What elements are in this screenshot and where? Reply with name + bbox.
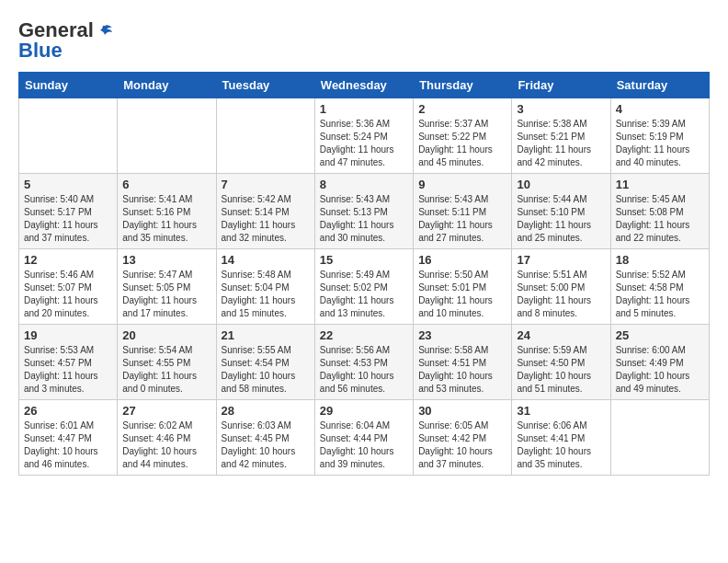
calendar-week-row: 1Sunrise: 5:36 AM Sunset: 5:24 PM Daylig… — [19, 98, 710, 174]
day-info: Sunrise: 5:59 AM Sunset: 4:50 PM Dayligh… — [517, 344, 605, 396]
day-number: 28 — [222, 404, 310, 418]
weekday-header: Friday — [512, 73, 610, 98]
weekday-header: Sunday — [19, 73, 118, 98]
calendar-cell: 6Sunrise: 5:41 AM Sunset: 5:16 PM Daylig… — [118, 174, 216, 249]
weekday-header: Saturday — [610, 73, 709, 98]
page-header: General Blue — [18, 18, 710, 63]
day-info: Sunrise: 5:48 AM Sunset: 5:04 PM Dayligh… — [222, 269, 310, 320]
day-info: Sunrise: 5:47 AM Sunset: 5:05 PM Dayligh… — [122, 269, 210, 320]
calendar-cell: 4Sunrise: 5:39 AM Sunset: 5:19 PM Daylig… — [610, 98, 709, 174]
day-info: Sunrise: 6:04 AM Sunset: 4:44 PM Dayligh… — [320, 419, 408, 471]
day-number: 2 — [418, 102, 506, 116]
day-number: 13 — [122, 253, 210, 267]
day-number: 8 — [320, 178, 408, 191]
calendar-cell: 20Sunrise: 5:54 AM Sunset: 4:55 PM Dayli… — [118, 325, 216, 400]
calendar-week-row: 19Sunrise: 5:53 AM Sunset: 4:57 PM Dayli… — [19, 325, 710, 400]
weekday-header-row: SundayMondayTuesdayWednesdayThursdayFrid… — [19, 73, 710, 98]
calendar-cell: 23Sunrise: 5:58 AM Sunset: 4:51 PM Dayli… — [414, 325, 512, 400]
day-number: 24 — [517, 328, 605, 342]
day-info: Sunrise: 5:41 AM Sunset: 5:16 PM Dayligh… — [122, 193, 210, 245]
day-number: 3 — [517, 102, 605, 116]
calendar-cell: 24Sunrise: 5:59 AM Sunset: 4:50 PM Dayli… — [512, 325, 610, 400]
day-info: Sunrise: 5:56 AM Sunset: 4:53 PM Dayligh… — [320, 344, 408, 396]
calendar-cell: 13Sunrise: 5:47 AM Sunset: 5:05 PM Dayli… — [118, 249, 216, 325]
day-info: Sunrise: 5:43 AM Sunset: 5:13 PM Dayligh… — [320, 193, 408, 245]
calendar-cell: 3Sunrise: 5:38 AM Sunset: 5:21 PM Daylig… — [512, 98, 610, 174]
calendar-cell: 31Sunrise: 6:06 AM Sunset: 4:41 PM Dayli… — [512, 400, 610, 476]
calendar-cell: 17Sunrise: 5:51 AM Sunset: 5:00 PM Dayli… — [512, 249, 610, 325]
calendar-cell: 11Sunrise: 5:45 AM Sunset: 5:08 PM Dayli… — [610, 174, 709, 249]
weekday-header: Monday — [118, 73, 216, 98]
day-number: 10 — [517, 178, 605, 191]
day-number: 31 — [517, 404, 605, 418]
calendar-cell: 16Sunrise: 5:50 AM Sunset: 5:01 PM Dayli… — [414, 249, 512, 325]
day-info: Sunrise: 5:43 AM Sunset: 5:11 PM Dayligh… — [418, 193, 506, 245]
day-number: 23 — [418, 328, 506, 342]
calendar-cell: 5Sunrise: 5:40 AM Sunset: 5:17 PM Daylig… — [19, 174, 118, 249]
day-number: 12 — [24, 253, 112, 267]
weekday-header: Wednesday — [314, 73, 413, 98]
calendar-cell: 22Sunrise: 5:56 AM Sunset: 4:53 PM Dayli… — [314, 325, 413, 400]
day-info: Sunrise: 5:49 AM Sunset: 5:02 PM Dayligh… — [320, 269, 408, 320]
calendar-cell: 29Sunrise: 6:04 AM Sunset: 4:44 PM Dayli… — [314, 400, 413, 476]
day-info: Sunrise: 6:03 AM Sunset: 4:45 PM Dayligh… — [222, 419, 310, 471]
day-number: 25 — [616, 328, 704, 342]
day-number: 16 — [418, 253, 506, 267]
day-info: Sunrise: 5:53 AM Sunset: 4:57 PM Dayligh… — [24, 344, 112, 396]
calendar-cell: 10Sunrise: 5:44 AM Sunset: 5:10 PM Dayli… — [512, 174, 610, 249]
day-number: 15 — [320, 253, 408, 267]
calendar-cell: 26Sunrise: 6:01 AM Sunset: 4:47 PM Dayli… — [19, 400, 118, 476]
day-info: Sunrise: 5:51 AM Sunset: 5:00 PM Dayligh… — [517, 269, 605, 320]
day-number: 30 — [418, 404, 506, 418]
day-info: Sunrise: 6:02 AM Sunset: 4:46 PM Dayligh… — [122, 419, 210, 471]
calendar-cell: 30Sunrise: 6:05 AM Sunset: 4:42 PM Dayli… — [414, 400, 512, 476]
calendar-week-row: 12Sunrise: 5:46 AM Sunset: 5:07 PM Dayli… — [19, 249, 710, 325]
calendar-cell: 12Sunrise: 5:46 AM Sunset: 5:07 PM Dayli… — [19, 249, 118, 325]
day-info: Sunrise: 6:00 AM Sunset: 4:49 PM Dayligh… — [616, 344, 704, 396]
day-info: Sunrise: 5:54 AM Sunset: 4:55 PM Dayligh… — [122, 344, 210, 396]
day-number: 19 — [24, 328, 112, 342]
calendar-week-row: 5Sunrise: 5:40 AM Sunset: 5:17 PM Daylig… — [19, 174, 710, 249]
day-info: Sunrise: 5:45 AM Sunset: 5:08 PM Dayligh… — [616, 193, 704, 245]
day-number: 18 — [616, 253, 704, 267]
day-info: Sunrise: 5:39 AM Sunset: 5:19 PM Dayligh… — [616, 118, 704, 169]
calendar-cell: 8Sunrise: 5:43 AM Sunset: 5:13 PM Daylig… — [314, 174, 413, 249]
weekday-header: Thursday — [414, 73, 512, 98]
day-info: Sunrise: 6:06 AM Sunset: 4:41 PM Dayligh… — [517, 419, 605, 471]
day-number: 6 — [122, 178, 210, 191]
day-info: Sunrise: 6:01 AM Sunset: 4:47 PM Dayligh… — [24, 419, 112, 471]
calendar-week-row: 26Sunrise: 6:01 AM Sunset: 4:47 PM Dayli… — [19, 400, 710, 476]
calendar-cell: 1Sunrise: 5:36 AM Sunset: 5:24 PM Daylig… — [314, 98, 413, 174]
day-info: Sunrise: 5:44 AM Sunset: 5:10 PM Dayligh… — [517, 193, 605, 245]
weekday-header: Tuesday — [216, 73, 314, 98]
calendar-cell — [118, 98, 216, 174]
calendar-cell: 15Sunrise: 5:49 AM Sunset: 5:02 PM Dayli… — [314, 249, 413, 325]
day-number: 17 — [517, 253, 605, 267]
calendar-table: SundayMondayTuesdayWednesdayThursdayFrid… — [18, 72, 710, 476]
day-info: Sunrise: 5:38 AM Sunset: 5:21 PM Dayligh… — [517, 118, 605, 169]
day-info: Sunrise: 5:52 AM Sunset: 4:58 PM Dayligh… — [616, 269, 704, 320]
day-number: 1 — [320, 102, 408, 116]
calendar-cell — [19, 98, 118, 174]
calendar-cell: 27Sunrise: 6:02 AM Sunset: 4:46 PM Dayli… — [118, 400, 216, 476]
day-number: 22 — [320, 328, 408, 342]
day-number: 4 — [616, 102, 704, 116]
day-info: Sunrise: 5:58 AM Sunset: 4:51 PM Dayligh… — [418, 344, 506, 396]
calendar-cell: 18Sunrise: 5:52 AM Sunset: 4:58 PM Dayli… — [610, 249, 709, 325]
calendar-cell: 14Sunrise: 5:48 AM Sunset: 5:04 PM Dayli… — [216, 249, 314, 325]
day-number: 27 — [122, 404, 210, 418]
day-number: 29 — [320, 404, 408, 418]
day-info: Sunrise: 5:55 AM Sunset: 4:54 PM Dayligh… — [222, 344, 310, 396]
day-info: Sunrise: 5:50 AM Sunset: 5:01 PM Dayligh… — [418, 269, 506, 320]
calendar-cell: 25Sunrise: 6:00 AM Sunset: 4:49 PM Dayli… — [610, 325, 709, 400]
logo-blue: Blue — [18, 39, 63, 63]
logo: General Blue — [18, 18, 114, 63]
day-number: 20 — [122, 328, 210, 342]
day-info: Sunrise: 6:05 AM Sunset: 4:42 PM Dayligh… — [418, 419, 506, 471]
calendar-cell: 9Sunrise: 5:43 AM Sunset: 5:11 PM Daylig… — [414, 174, 512, 249]
calendar-cell: 2Sunrise: 5:37 AM Sunset: 5:22 PM Daylig… — [414, 98, 512, 174]
day-number: 9 — [418, 178, 506, 191]
day-info: Sunrise: 5:42 AM Sunset: 5:14 PM Dayligh… — [222, 193, 310, 245]
calendar-cell: 7Sunrise: 5:42 AM Sunset: 5:14 PM Daylig… — [216, 174, 314, 249]
day-info: Sunrise: 5:37 AM Sunset: 5:22 PM Dayligh… — [418, 118, 506, 169]
